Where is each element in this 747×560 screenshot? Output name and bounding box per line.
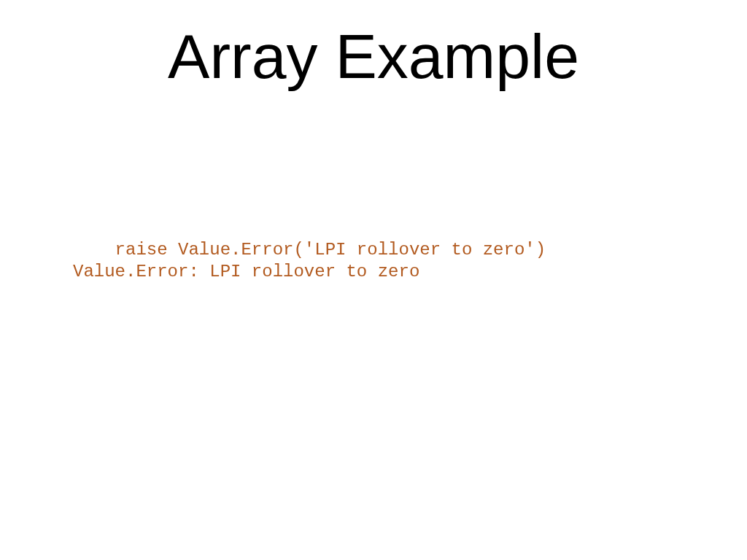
code-line-1: raise Value.Error('LPI rollover to zero'… — [73, 240, 546, 260]
code-line-2: Value.Error: LPI rollover to zero — [73, 262, 419, 281]
slide-title: Array Example — [0, 20, 747, 93]
code-block: raise Value.Error('LPI rollover to zero'… — [73, 239, 546, 283]
slide: Array Example raise Value.Error('LPI rol… — [0, 0, 747, 560]
